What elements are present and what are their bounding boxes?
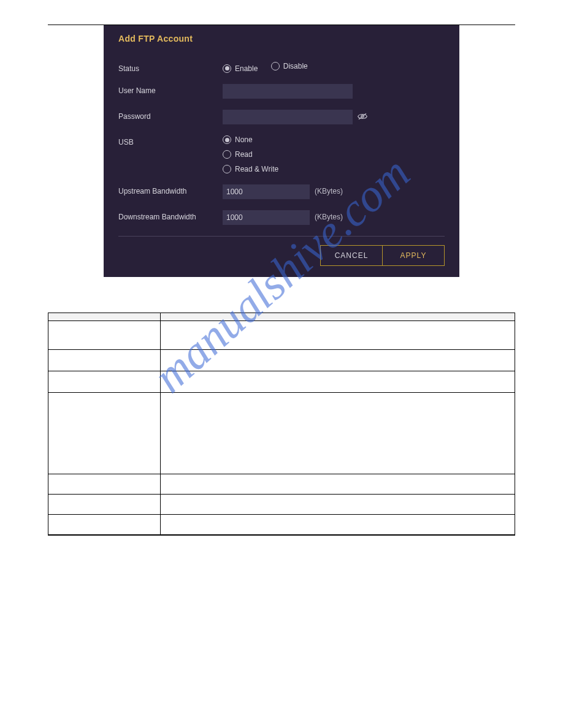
row-username: User Name xyxy=(118,84,445,99)
label-password: Password xyxy=(118,110,223,121)
apply-button-label: APPLY xyxy=(400,251,427,260)
dialog-title: Add FTP Account xyxy=(118,34,445,44)
cell-desc xyxy=(160,474,515,495)
cell-param xyxy=(48,371,161,393)
row-upstream: Upstream Bandwidth (KBytes) xyxy=(118,184,445,199)
status-options: Enable Disable xyxy=(223,62,319,73)
upstream-input[interactable] xyxy=(223,184,310,199)
th-desc xyxy=(160,313,515,321)
radio-icon xyxy=(223,150,231,159)
upstream-unit: (KBytes) xyxy=(315,184,343,195)
footer-rule xyxy=(48,535,515,536)
label-status: Status xyxy=(118,62,223,73)
cancel-button[interactable]: CANCEL xyxy=(320,245,382,266)
radio-icon xyxy=(223,135,231,144)
password-input[interactable] xyxy=(223,110,353,124)
downstream-input[interactable] xyxy=(223,210,310,225)
cancel-button-label: CANCEL xyxy=(335,251,369,260)
radio-enable-label: Enable xyxy=(235,64,258,73)
label-usb: USB xyxy=(118,135,223,146)
dialog-buttons: CANCEL APPLY xyxy=(118,237,445,277)
label-downstream: Downstream Bandwidth xyxy=(118,210,223,221)
downstream-unit: (KBytes) xyxy=(315,210,343,221)
radio-usb-none-label: None xyxy=(235,135,253,144)
radio-usb-read[interactable]: Read xyxy=(223,150,278,159)
radio-icon xyxy=(271,62,280,70)
th-param xyxy=(48,313,161,321)
radio-disable[interactable]: Disable xyxy=(271,62,308,70)
row-downstream: Downstream Bandwidth (KBytes) xyxy=(118,210,445,225)
cell-param xyxy=(48,515,161,535)
radio-enable[interactable]: Enable xyxy=(223,64,258,73)
label-upstream: Upstream Bandwidth xyxy=(118,184,223,195)
cell-desc xyxy=(160,321,515,350)
cell-param xyxy=(48,495,161,515)
table-row xyxy=(48,321,515,350)
cell-param xyxy=(48,350,161,371)
row-password: Password xyxy=(118,110,445,124)
radio-usb-read-label: Read xyxy=(235,150,253,159)
usb-options: None Read Read & Write xyxy=(223,135,289,173)
radio-icon xyxy=(223,165,231,173)
label-username: User Name xyxy=(118,84,223,95)
row-usb: USB None Read Read & Write xyxy=(118,135,445,173)
username-input[interactable] xyxy=(223,84,353,99)
cell-desc xyxy=(160,350,515,371)
add-ftp-dialog: Add FTP Account Status Enable Disable Us… xyxy=(104,25,459,277)
parameter-table xyxy=(48,313,515,535)
table-row xyxy=(48,350,515,371)
radio-usb-rw-label: Read & Write xyxy=(235,165,278,173)
table-row xyxy=(48,371,515,393)
radio-icon xyxy=(223,64,231,73)
cell-desc xyxy=(160,515,515,535)
radio-usb-none[interactable]: None xyxy=(223,135,278,144)
cell-desc xyxy=(160,495,515,515)
table-row xyxy=(48,495,515,515)
table-row xyxy=(48,393,515,474)
cell-desc xyxy=(160,393,515,474)
cell-desc xyxy=(160,371,515,393)
table-header-row xyxy=(48,313,515,321)
radio-disable-label: Disable xyxy=(283,62,308,70)
eye-icon[interactable] xyxy=(358,110,367,123)
table-row xyxy=(48,515,515,535)
radio-usb-rw[interactable]: Read & Write xyxy=(223,165,278,173)
cell-param xyxy=(48,321,161,350)
table-row xyxy=(48,474,515,495)
apply-button[interactable]: APPLY xyxy=(382,245,445,266)
cell-param xyxy=(48,474,161,495)
cell-param xyxy=(48,393,161,474)
row-status: Status Enable Disable xyxy=(118,62,445,73)
